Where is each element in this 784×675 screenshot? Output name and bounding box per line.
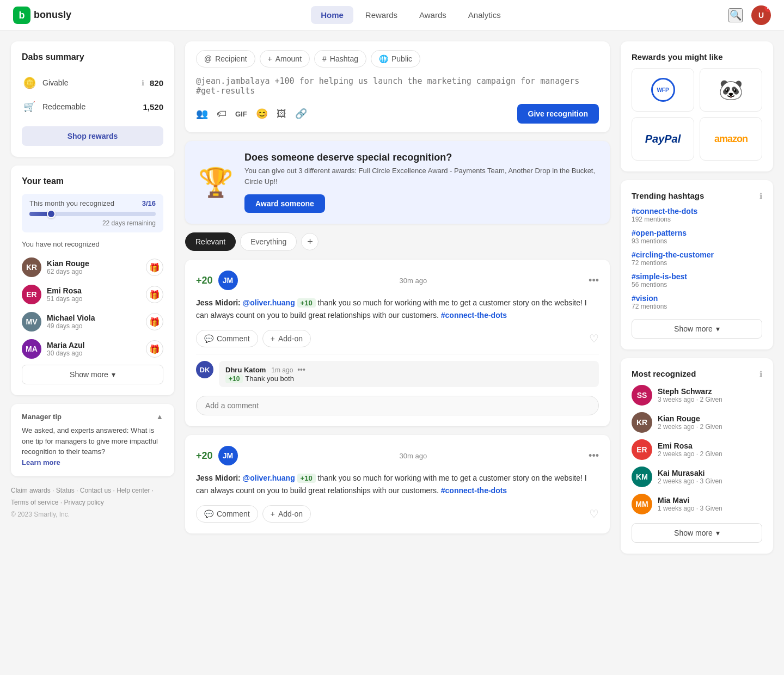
link-icon[interactable]: 🔗 [295,108,307,120]
reward-wwf[interactable]: 🐼 [700,68,762,112]
reward-amazon[interactable]: amazon [700,117,762,161]
post-mention[interactable]: @oliver.huang [243,298,295,307]
manager-tip-learn-more-link[interactable]: Learn more [22,458,60,467]
rewards-grid: WFP 🐼 PayPal amazon [632,68,762,161]
avatar[interactable]: U 4 [751,5,771,25]
recognize-emi-button[interactable]: 🎁 [146,286,163,303]
recognized-avatar-kai: KM [632,467,652,487]
award-title: Does someone deserve special recognition… [244,152,597,163]
recognize-michael-button[interactable]: 🎁 [146,313,163,330]
recognized-item: KR Kian Rouge 2 weeks ago · 2 Given [632,412,762,433]
post-hashtag-2[interactable]: #connect-the-dots [441,486,507,495]
post-body-2: Jess Midori: @oliver.huang +10 thank you… [196,472,599,496]
post-mention-2[interactable]: @oliver.huang [243,474,295,482]
like-button[interactable]: ♡ [589,332,599,345]
like-button-2[interactable]: ♡ [589,507,599,520]
recognized-detail: 2 weeks ago · 3 Given [658,477,762,485]
footer-terms[interactable]: Terms of service [11,499,58,506]
chevron-down-icon: ▾ [716,529,720,537]
avatar-badge: 4 [764,5,771,12]
footer-claim-awards[interactable]: Claim awards [11,487,51,494]
footer-contact[interactable]: Contact us [80,487,111,494]
recognized-item: KM Kai Murasaki 2 weeks ago · 3 Given [632,467,762,487]
givable-info-icon: ℹ [142,79,144,87]
recipient-pill[interactable]: @ Recipient [196,50,255,68]
most-recognized-show-more-button[interactable]: Show more ▾ [632,523,762,543]
nav-awards[interactable]: Awards [409,6,456,24]
addon-button[interactable]: + Add-on [262,330,311,347]
add-comment-input[interactable] [196,396,599,415]
add-tab-button[interactable]: + [301,233,318,250]
trophy-icon: 🏆 [198,166,234,199]
hashtag-mentions: 72 mentions [632,303,762,310]
comment-menu-button[interactable]: ••• [297,365,305,374]
redeemable-label: Redeemable [42,102,137,111]
post-bonus-2: +10 [297,474,316,483]
most-recognized-title: Most recognized [632,369,696,378]
recognized-list: SS Steph Schwarz 3 weeks ago · 2 Given K… [632,385,762,514]
trending-show-more-button[interactable]: Show more ▾ [632,319,762,339]
reward-wfp[interactable]: WFP [632,68,694,112]
logo[interactable]: b bonusly [13,7,71,24]
post-hashtag[interactable]: #connect-the-dots [441,311,507,320]
manager-tip-text: We asked, and experts answered: What is … [22,425,163,468]
gif-icon[interactable]: GIF [235,108,247,120]
give-recognition-button[interactable]: Give recognition [517,104,599,124]
group-icon[interactable]: 👥 [196,108,208,120]
search-icon[interactable]: 🔍 [728,8,743,22]
month-label: This month you recognized [29,199,114,207]
hashtag-name[interactable]: #connect-the-dots [632,207,762,216]
award-content: Does someone deserve special recognition… [244,152,597,213]
recognized-detail: 1 weeks ago · 3 Given [658,505,762,512]
shop-rewards-button[interactable]: Shop rewards [22,126,163,146]
post-menu-button-2[interactable]: ••• [589,450,599,462]
recognize-kian-button[interactable]: 🎁 [146,259,163,276]
comment-icon: 💬 [204,334,213,343]
recognize-maria-button[interactable]: 🎁 [146,340,163,358]
info-icon-2[interactable]: ℹ [759,370,762,378]
nav-home[interactable]: Home [311,6,353,24]
team-show-more-button[interactable]: Show more ▾ [22,365,163,384]
hashtag-name[interactable]: #vision [632,294,762,303]
footer-help[interactable]: Help center [117,487,150,494]
public-pill[interactable]: 🌐 Public [371,50,420,68]
hashtag-item: #simple-is-best 56 mentions [632,272,762,289]
member-ago: 30 days ago [47,349,140,357]
image-icon[interactable]: 🖼 [277,108,286,120]
tab-relevant[interactable]: Relevant [185,232,236,251]
hashtag-name[interactable]: #simple-is-best [632,272,762,281]
givable-row: 🪙 Givable ℹ 820 [22,71,163,95]
recognized-name: Emi Rosa [658,441,762,450]
post-menu-button[interactable]: ••• [589,275,599,286]
comment-points: +10 [225,375,243,383]
hashtag-name[interactable]: #open-patterns [632,229,762,237]
manager-tip-collapse-button[interactable]: ▲ [156,413,163,421]
hashtag-mentions: 56 mentions [632,281,762,289]
member-name: Emi Rosa [47,286,140,295]
manager-tip-label: Manager tip [22,413,62,421]
hashtag-pill[interactable]: # Hashtag [314,50,366,68]
logo-text: bonusly [34,9,71,21]
nav-analytics[interactable]: Analytics [458,6,511,24]
info-icon[interactable]: ℹ [759,192,762,200]
compose-input[interactable] [196,74,599,102]
plus-icon: + [271,334,275,343]
comment-button[interactable]: 💬 Comment [196,330,258,347]
footer-privacy[interactable]: Privacy policy [64,499,103,506]
trending-hashtags-card: Trending hashtags ℹ #connect-the-dots 19… [621,180,773,349]
footer-status[interactable]: Status [56,487,75,494]
tag-icon[interactable]: 🏷 [217,108,226,120]
comment-author: Dhru Katom [225,366,266,374]
hashtag-name[interactable]: #circling-the-customer [632,250,762,259]
reward-paypal[interactable]: PayPal [632,117,694,161]
tab-everything[interactable]: Everything [240,232,297,251]
addon-button-2[interactable]: + Add-on [262,505,311,523]
emoji-icon[interactable]: 😊 [256,108,268,120]
copyright: © 2023 Smartly, Inc. [11,511,174,518]
comment-button-2[interactable]: 💬 Comment [196,505,258,523]
hashtag-mentions: 192 mentions [632,216,762,223]
award-someone-button[interactable]: Award someone [244,194,325,213]
nav-rewards[interactable]: Rewards [356,6,407,24]
recognition-progress-box: This month you recognized 3/16 22 days r… [22,194,163,232]
amount-pill[interactable]: + Amount [260,50,310,68]
